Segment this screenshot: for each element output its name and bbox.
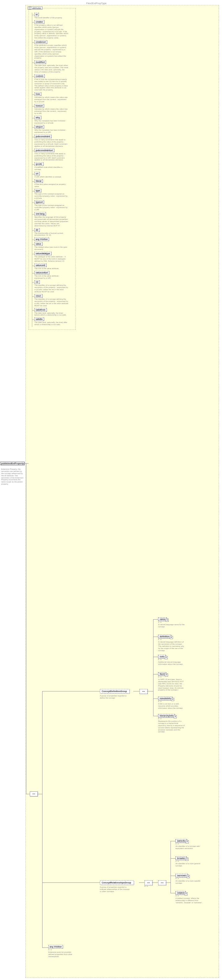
attributes-frame: attributes idThe local identifier of the…	[29, 8, 76, 330]
attribute-desc: The unit of the value attribute.	[34, 267, 69, 270]
attribute-desc: If the attribute is empty, specifies whi…	[34, 44, 69, 59]
group-label: ConceptDefinitionGroup	[102, 690, 127, 692]
connector	[32, 15, 34, 15]
sequence-compositor-relationships-inner[interactable]	[158, 880, 166, 885]
attributes-header[interactable]: attributes	[27, 6, 43, 10]
attribute-name[interactable]: qcode	[34, 162, 43, 165]
attribute-desc: One or many constraints that apply to pu…	[34, 153, 69, 161]
root-element-label: publishedExtProperty	[0, 462, 25, 465]
child-element-desc: An identifier of a concept with equivale…	[176, 845, 203, 850]
group-concept-definition[interactable]: ConceptDefinitionGroup	[100, 689, 129, 694]
attribute-name[interactable]: validto	[34, 317, 44, 321]
child-element-name[interactable]: sameAs+	[176, 839, 187, 843]
connector	[153, 636, 158, 637]
attribute-name[interactable]: pubconstraint	[34, 135, 51, 138]
attribute-desc: The type of the concept assigned as cont…	[34, 193, 69, 199]
attribute-item: relThe identifier of a concept defining …	[34, 280, 73, 293]
attribute-item: validfromThe date (and, optionally, the …	[34, 308, 73, 317]
attribute-name[interactable]: xml:lang	[34, 212, 46, 215]
child-element-name[interactable]: hierarchyInfo+	[158, 714, 175, 718]
attribute-desc: The unit of the value attribute - expres…	[34, 275, 69, 279]
child-element: hierarchyInfo+0..∞Represents the positio…	[158, 714, 186, 733]
attribute-name[interactable]: modified	[34, 60, 46, 64]
attribute-name[interactable]: any ##other	[34, 237, 49, 241]
connector	[32, 191, 34, 191]
attribute-name[interactable]: value	[34, 242, 43, 245]
attribute-name[interactable]: typeuri	[34, 200, 44, 204]
attribute-name[interactable]: literal	[34, 179, 43, 183]
child-element-name[interactable]: facet+	[158, 672, 166, 676]
attribute-desc: The date (and, optionally, the time) whe…	[34, 64, 69, 73]
attribute-name[interactable]: reluri	[34, 294, 43, 298]
child-element-name[interactable]: name+	[158, 617, 167, 621]
attribute-name[interactable]: valueunituri	[34, 271, 49, 274]
connector	[32, 240, 34, 240]
child-element-mult: 0..∞	[176, 895, 203, 897]
connector	[171, 893, 176, 893]
attribute-name[interactable]: pubconstrainturi	[34, 149, 54, 152]
expand-icon[interactable]: +	[166, 619, 169, 622]
attribute-name[interactable]: creator	[34, 20, 44, 24]
connector	[32, 273, 34, 274]
attribute-name[interactable]: whyuri	[34, 125, 44, 129]
attribute-name[interactable]: id	[34, 13, 39, 16]
attribute-name[interactable]: valuedatatype	[34, 252, 51, 255]
attribute-name[interactable]: dir	[34, 228, 40, 232]
attribute-item: idThe local identifier of the property.	[34, 13, 73, 19]
expand-icon[interactable]: +	[186, 840, 189, 843]
expand-icon[interactable]: +	[165, 656, 168, 659]
connector	[32, 202, 34, 203]
attribute-name[interactable]: valueunit	[34, 264, 46, 267]
connector	[32, 181, 34, 182]
sequence-compositor-definition[interactable]	[139, 689, 148, 694]
expand-icon[interactable]: +	[174, 715, 177, 718]
attribute-name[interactable]: custom	[34, 74, 45, 78]
attribute-name[interactable]: type	[34, 189, 41, 192]
child-element-name[interactable]: remoteInfo+	[158, 697, 172, 700]
attribute-item: typeThe type of the concept assigned as …	[34, 189, 73, 199]
connector	[153, 619, 158, 620]
connector	[32, 151, 34, 151]
any-other-element[interactable]: any ##other 0..∞ Extension point for pro…	[48, 945, 76, 958]
child-element-name[interactable]: broader+	[176, 856, 187, 860]
child-element-mult: 0..∞	[176, 860, 203, 862]
attribute-item: any ##other	[34, 237, 73, 241]
expand-icon[interactable]: +	[170, 636, 173, 639]
attribute-name[interactable]: why	[34, 116, 41, 119]
child-element-name[interactable]: related+	[176, 891, 186, 894]
expand-icon[interactable]: +	[185, 858, 188, 861]
attributes-spine	[32, 13, 32, 327]
attribute-item: howuriIndicates by which means the value…	[34, 104, 73, 115]
attribute-name[interactable]: how	[34, 92, 41, 95]
child-element-name[interactable]: narrower+	[176, 874, 188, 877]
sequence-compositor-main[interactable]	[30, 791, 38, 796]
child-element-name[interactable]: definition+	[158, 635, 171, 638]
child-element-name[interactable]: note+	[158, 655, 166, 658]
choice-compositor-relationships[interactable]	[144, 880, 153, 885]
attribute-name[interactable]: validfrom	[34, 308, 47, 312]
type-name: Flex2ExtPropType	[86, 2, 106, 5]
attribute-desc: Why the metadata has been included - exp…	[34, 129, 69, 134]
attribute-name[interactable]: creatoruri	[34, 40, 47, 44]
expand-icon[interactable]: +	[184, 892, 188, 896]
attributes-list: idThe local identifier of the property.c…	[34, 13, 73, 327]
child-element: note+0..∞Additional natural language inf…	[158, 655, 186, 665]
attribute-name[interactable]: uri	[34, 172, 40, 175]
connector	[153, 698, 158, 699]
connector	[171, 876, 176, 876]
attribute-name[interactable]: howuri	[34, 104, 44, 107]
connector	[32, 106, 34, 107]
expand-icon[interactable]: +	[165, 673, 168, 676]
root-element[interactable]: publishedExtProperty	[1, 460, 24, 466]
attribute-item: pubconstraintOne or many constraints tha…	[34, 135, 73, 147]
attribute-item: creatorIf the property value is not defi…	[34, 20, 73, 39]
child-element-mult: 0..∞	[158, 718, 186, 720]
connector	[26, 463, 26, 794]
expand-icon[interactable]: +	[187, 875, 190, 878]
connector	[32, 244, 34, 245]
attribute-name[interactable]: rel	[34, 280, 40, 284]
group-concept-definition-desc: A group of properties required to define…	[100, 695, 129, 699]
any-other-desc: Extension point for provider-defined pro…	[48, 951, 76, 958]
group-concept-relationships[interactable]: ConceptRelationshipsGroup	[100, 880, 134, 885]
expand-icon[interactable]: +	[171, 698, 174, 701]
